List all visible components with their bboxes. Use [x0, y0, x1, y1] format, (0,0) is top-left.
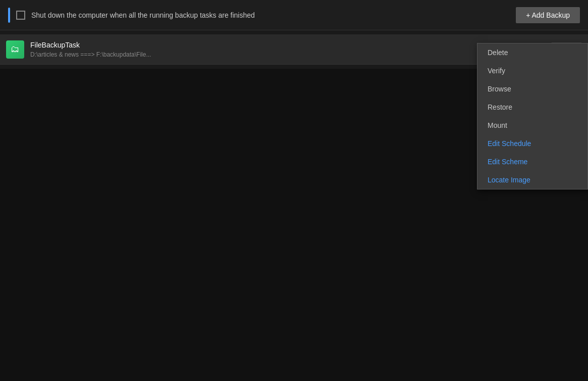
- task-info: FileBackupTask D:\articles & news ===> F…: [30, 41, 545, 58]
- context-menu-item-verify[interactable]: Verify: [477, 62, 587, 80]
- add-backup-button[interactable]: + Add Backup: [516, 7, 580, 23]
- task-icon-symbol: 🗂: [11, 44, 20, 55]
- task-icon: 🗂: [6, 40, 24, 59]
- context-menu-item-locate-image[interactable]: Locate Image: [477, 171, 587, 189]
- context-menu-item-edit-schedule[interactable]: Edit Schedule: [477, 134, 587, 153]
- blue-indicator: [8, 8, 10, 23]
- context-menu: DeleteVerifyBrowseRestoreMountEdit Sched…: [477, 43, 588, 189]
- header-bar: Shut down the computer when all the runn…: [0, 0, 588, 30]
- context-menu-item-browse[interactable]: Browse: [477, 80, 587, 98]
- task-path: D:\articles & news ===> F:\backupdata\Fi…: [30, 51, 545, 58]
- context-menu-item-restore[interactable]: Restore: [477, 98, 587, 116]
- task-name: FileBackupTask: [30, 41, 545, 49]
- context-menu-item-mount[interactable]: Mount: [477, 116, 587, 134]
- context-menu-item-edit-scheme[interactable]: Edit Scheme: [477, 153, 587, 171]
- shutdown-checkbox[interactable]: [16, 11, 25, 20]
- shutdown-label: Shut down the computer when all the runn…: [31, 11, 510, 19]
- context-menu-item-delete[interactable]: Delete: [477, 43, 587, 62]
